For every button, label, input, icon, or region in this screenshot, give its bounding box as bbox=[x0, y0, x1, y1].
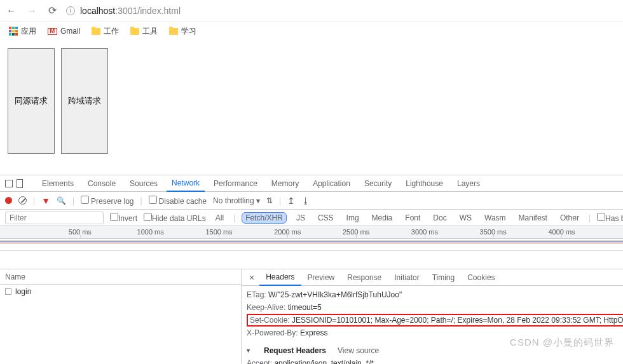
url-bar[interactable]: i localhost:3001/index.html bbox=[66, 6, 618, 16]
page-body: 同源请求 跨域请求 bbox=[0, 41, 623, 161]
filter-type-js[interactable]: JS bbox=[293, 213, 308, 223]
devtools-panel: Elements Console Sources Network Perform… bbox=[0, 175, 623, 364]
search-icon[interactable]: 🔍 bbox=[57, 196, 66, 205]
filter-toggle-icon[interactable]: ▼ bbox=[41, 196, 50, 206]
filter-type-other[interactable]: Other bbox=[557, 213, 582, 223]
bookmark-study-label: 学习 bbox=[181, 26, 196, 37]
bookmarks-bar: 应用 Gmail 工作 工具 学习 bbox=[0, 22, 623, 41]
device-toolbar-icon[interactable] bbox=[17, 179, 23, 188]
tab-layers[interactable]: Layers bbox=[452, 176, 485, 191]
inspect-icon[interactable] bbox=[5, 180, 13, 187]
tab-sources[interactable]: Sources bbox=[125, 176, 163, 191]
header-keep-alive: Keep-Alive: timeout=5 bbox=[247, 301, 618, 314]
throttling-select[interactable]: No throttling ▾ bbox=[213, 196, 260, 205]
invert-checkbox[interactable]: Invert bbox=[110, 213, 137, 223]
filter-type-all[interactable]: All bbox=[212, 213, 227, 223]
url-host: localhost bbox=[80, 6, 115, 16]
bookmark-tools[interactable]: 工具 bbox=[130, 26, 158, 37]
tab-headers[interactable]: Headers bbox=[259, 269, 301, 286]
bookmark-work[interactable]: 工作 bbox=[92, 26, 119, 37]
header-x-powered-by: X-Powered-By: Express bbox=[247, 327, 618, 339]
waterfall-tick: 1500 ms bbox=[205, 228, 232, 236]
name-column-header[interactable]: Name bbox=[0, 269, 241, 285]
section-title: Request Headers bbox=[264, 344, 326, 357]
headers-pane: ETag: W/"25-zwt+VHIk3ka+M6lrfSjbTuhUJoo"… bbox=[242, 286, 623, 364]
header-value: timeout=5 bbox=[288, 303, 322, 312]
close-icon[interactable]: × bbox=[244, 273, 259, 283]
tab-console[interactable]: Console bbox=[83, 176, 121, 191]
folder-icon bbox=[169, 28, 178, 35]
tab-network[interactable]: Network bbox=[167, 175, 205, 192]
apps-shortcut[interactable]: 应用 bbox=[9, 26, 36, 37]
download-har-icon[interactable] bbox=[301, 196, 310, 206]
waterfall-tick: 2000 ms bbox=[274, 228, 301, 236]
filter-type-css[interactable]: CSS bbox=[315, 213, 337, 223]
request-name: login bbox=[15, 287, 31, 296]
hide-data-urls-checkbox[interactable]: Hide data URLs bbox=[144, 213, 206, 223]
network-conditions-icon[interactable] bbox=[266, 196, 273, 205]
devtools-tabs: Elements Console Sources Network Perform… bbox=[0, 175, 623, 192]
has-blocked-cookies-checkbox[interactable]: Has blocked cookies bbox=[597, 213, 623, 223]
throttling-label: No throttling bbox=[213, 196, 254, 205]
filter-type-fetchxhr[interactable]: Fetch/XHR bbox=[242, 212, 287, 224]
waterfall-tick: 500 ms bbox=[69, 228, 92, 236]
filter-type-font[interactable]: Font bbox=[402, 213, 423, 223]
has-blocked-cookies-label: Has blocked cookies bbox=[605, 214, 623, 223]
back-icon[interactable]: ← bbox=[5, 5, 18, 17]
devtools-body: Name login × Headers Preview Response In… bbox=[0, 269, 623, 364]
record-icon[interactable] bbox=[5, 197, 12, 204]
view-source-link[interactable]: View source bbox=[338, 344, 379, 357]
bookmark-gmail[interactable]: Gmail bbox=[48, 27, 80, 36]
same-origin-button[interactable]: 同源请求 bbox=[8, 48, 55, 154]
header-key: Accept: bbox=[247, 359, 272, 364]
gmail-icon bbox=[48, 28, 57, 35]
filter-type-img[interactable]: Img bbox=[343, 213, 362, 223]
filter-type-ws[interactable]: WS bbox=[456, 213, 475, 223]
header-key: X-Powered-By: bbox=[247, 328, 298, 337]
waterfall-header[interactable]: 500 ms 1000 ms 1500 ms 2000 ms 2500 ms 3… bbox=[0, 226, 623, 239]
filter-type-manifest[interactable]: Manifest bbox=[516, 213, 551, 223]
waterfall-tick: 4000 ms bbox=[548, 228, 575, 236]
tab-application[interactable]: Application bbox=[308, 176, 355, 191]
bookmark-study[interactable]: 学习 bbox=[169, 26, 196, 37]
clear-icon[interactable] bbox=[18, 196, 27, 205]
disable-cache-label: Disable cache bbox=[159, 197, 207, 206]
filter-type-doc[interactable]: Doc bbox=[430, 213, 449, 223]
cross-origin-button[interactable]: 跨域请求 bbox=[61, 48, 108, 154]
preserve-log-checkbox[interactable]: Preserve log bbox=[81, 196, 134, 206]
waterfall-canvas[interactable] bbox=[0, 239, 623, 269]
tab-cookies[interactable]: Cookies bbox=[461, 270, 501, 285]
forward-icon[interactable]: → bbox=[25, 5, 38, 17]
network-toolbar: | ▼ 🔍 | Preserve log | Disable cache No … bbox=[0, 192, 623, 210]
preserve-log-label: Preserve log bbox=[91, 197, 134, 206]
folder-icon bbox=[92, 28, 100, 35]
bookmark-tools-label: 工具 bbox=[142, 26, 158, 37]
filter-input[interactable] bbox=[5, 212, 104, 224]
tab-performance[interactable]: Performance bbox=[209, 176, 263, 191]
tab-lighthouse[interactable]: Lighthouse bbox=[400, 176, 448, 191]
tab-memory[interactable]: Memory bbox=[266, 176, 304, 191]
tab-response[interactable]: Response bbox=[341, 270, 388, 285]
file-icon bbox=[5, 288, 11, 295]
tab-security[interactable]: Security bbox=[359, 176, 397, 191]
request-row-login[interactable]: login bbox=[0, 285, 241, 299]
invert-label: Invert bbox=[118, 214, 137, 223]
reload-icon[interactable]: ⟳ bbox=[46, 4, 58, 17]
tab-timing[interactable]: Timing bbox=[426, 270, 462, 285]
waterfall-tick: 1000 ms bbox=[137, 228, 164, 236]
disable-cache-checkbox[interactable]: Disable cache bbox=[149, 196, 207, 206]
tab-initiator[interactable]: Initiator bbox=[388, 270, 425, 285]
upload-har-icon[interactable] bbox=[287, 196, 295, 206]
waterfall-tick: 3000 ms bbox=[411, 228, 438, 236]
waterfall-tick: 3500 ms bbox=[480, 228, 507, 236]
tab-elements[interactable]: Elements bbox=[37, 176, 79, 191]
filter-type-wasm[interactable]: Wasm bbox=[481, 213, 509, 223]
filter-type-media[interactable]: Media bbox=[369, 213, 396, 223]
request-headers-section[interactable]: Request HeadersView source bbox=[247, 344, 618, 357]
request-details: × Headers Preview Response Initiator Tim… bbox=[242, 269, 623, 364]
network-filter-bar: Invert Hide data URLs All | Fetch/XHR JS… bbox=[0, 210, 623, 226]
header-key: Set-Cookie: bbox=[250, 316, 290, 325]
site-info-icon[interactable]: i bbox=[66, 6, 75, 15]
waterfall-tick: 2500 ms bbox=[343, 228, 369, 236]
tab-preview[interactable]: Preview bbox=[301, 270, 341, 285]
